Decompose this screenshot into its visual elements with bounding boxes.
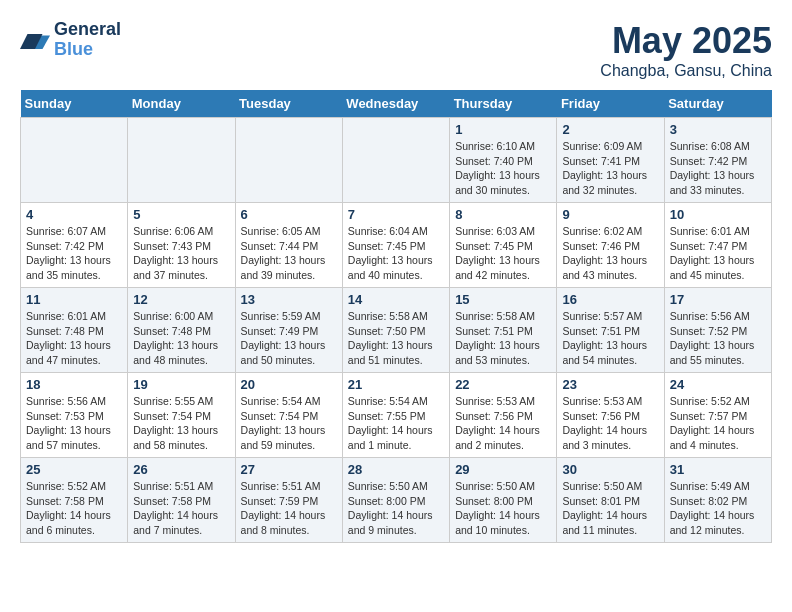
day-info: Sunrise: 6:03 AM Sunset: 7:45 PM Dayligh… [455, 224, 551, 283]
calendar-cell: 1Sunrise: 6:10 AM Sunset: 7:40 PM Daylig… [450, 118, 557, 203]
day-number: 31 [670, 462, 766, 477]
week-row-4: 18Sunrise: 5:56 AM Sunset: 7:53 PM Dayli… [21, 373, 772, 458]
calendar-cell: 22Sunrise: 5:53 AM Sunset: 7:56 PM Dayli… [450, 373, 557, 458]
day-number: 20 [241, 377, 337, 392]
day-number: 8 [455, 207, 551, 222]
calendar-cell [21, 118, 128, 203]
calendar-cell: 8Sunrise: 6:03 AM Sunset: 7:45 PM Daylig… [450, 203, 557, 288]
day-number: 25 [26, 462, 122, 477]
weekday-header-row: SundayMondayTuesdayWednesdayThursdayFrid… [21, 90, 772, 118]
day-info: Sunrise: 5:52 AM Sunset: 7:58 PM Dayligh… [26, 479, 122, 538]
day-info: Sunrise: 6:00 AM Sunset: 7:48 PM Dayligh… [133, 309, 229, 368]
day-info: Sunrise: 5:53 AM Sunset: 7:56 PM Dayligh… [562, 394, 658, 453]
day-number: 29 [455, 462, 551, 477]
day-number: 18 [26, 377, 122, 392]
calendar-cell: 14Sunrise: 5:58 AM Sunset: 7:50 PM Dayli… [342, 288, 449, 373]
week-row-1: 1Sunrise: 6:10 AM Sunset: 7:40 PM Daylig… [21, 118, 772, 203]
calendar-cell: 17Sunrise: 5:56 AM Sunset: 7:52 PM Dayli… [664, 288, 771, 373]
calendar-cell: 27Sunrise: 5:51 AM Sunset: 7:59 PM Dayli… [235, 458, 342, 543]
day-number: 28 [348, 462, 444, 477]
page-header: General Blue May 2025 Changba, Gansu, Ch… [20, 20, 772, 80]
calendar-cell: 28Sunrise: 5:50 AM Sunset: 8:00 PM Dayli… [342, 458, 449, 543]
week-row-5: 25Sunrise: 5:52 AM Sunset: 7:58 PM Dayli… [21, 458, 772, 543]
weekday-header-thursday: Thursday [450, 90, 557, 118]
day-info: Sunrise: 5:56 AM Sunset: 7:53 PM Dayligh… [26, 394, 122, 453]
calendar-cell: 30Sunrise: 5:50 AM Sunset: 8:01 PM Dayli… [557, 458, 664, 543]
day-info: Sunrise: 5:50 AM Sunset: 8:00 PM Dayligh… [348, 479, 444, 538]
day-info: Sunrise: 5:49 AM Sunset: 8:02 PM Dayligh… [670, 479, 766, 538]
calendar-cell: 21Sunrise: 5:54 AM Sunset: 7:55 PM Dayli… [342, 373, 449, 458]
calendar-cell: 31Sunrise: 5:49 AM Sunset: 8:02 PM Dayli… [664, 458, 771, 543]
calendar-cell: 25Sunrise: 5:52 AM Sunset: 7:58 PM Dayli… [21, 458, 128, 543]
day-info: Sunrise: 5:54 AM Sunset: 7:55 PM Dayligh… [348, 394, 444, 453]
logo: General Blue [20, 20, 121, 60]
week-row-2: 4Sunrise: 6:07 AM Sunset: 7:42 PM Daylig… [21, 203, 772, 288]
day-number: 13 [241, 292, 337, 307]
day-info: Sunrise: 5:59 AM Sunset: 7:49 PM Dayligh… [241, 309, 337, 368]
day-info: Sunrise: 6:09 AM Sunset: 7:41 PM Dayligh… [562, 139, 658, 198]
calendar-cell: 20Sunrise: 5:54 AM Sunset: 7:54 PM Dayli… [235, 373, 342, 458]
calendar-cell: 9Sunrise: 6:02 AM Sunset: 7:46 PM Daylig… [557, 203, 664, 288]
location: Changba, Gansu, China [600, 62, 772, 80]
weekday-header-saturday: Saturday [664, 90, 771, 118]
calendar-cell: 15Sunrise: 5:58 AM Sunset: 7:51 PM Dayli… [450, 288, 557, 373]
calendar-cell: 13Sunrise: 5:59 AM Sunset: 7:49 PM Dayli… [235, 288, 342, 373]
day-number: 4 [26, 207, 122, 222]
calendar-cell: 3Sunrise: 6:08 AM Sunset: 7:42 PM Daylig… [664, 118, 771, 203]
calendar-cell: 23Sunrise: 5:53 AM Sunset: 7:56 PM Dayli… [557, 373, 664, 458]
day-number: 3 [670, 122, 766, 137]
calendar-cell [235, 118, 342, 203]
day-number: 17 [670, 292, 766, 307]
day-number: 16 [562, 292, 658, 307]
weekday-header-tuesday: Tuesday [235, 90, 342, 118]
weekday-header-wednesday: Wednesday [342, 90, 449, 118]
calendar-cell [342, 118, 449, 203]
week-row-3: 11Sunrise: 6:01 AM Sunset: 7:48 PM Dayli… [21, 288, 772, 373]
day-info: Sunrise: 5:51 AM Sunset: 7:59 PM Dayligh… [241, 479, 337, 538]
day-info: Sunrise: 6:07 AM Sunset: 7:42 PM Dayligh… [26, 224, 122, 283]
day-number: 27 [241, 462, 337, 477]
calendar-cell: 12Sunrise: 6:00 AM Sunset: 7:48 PM Dayli… [128, 288, 235, 373]
logo-text: General Blue [54, 20, 121, 60]
day-info: Sunrise: 5:56 AM Sunset: 7:52 PM Dayligh… [670, 309, 766, 368]
calendar-cell: 11Sunrise: 6:01 AM Sunset: 7:48 PM Dayli… [21, 288, 128, 373]
day-info: Sunrise: 6:06 AM Sunset: 7:43 PM Dayligh… [133, 224, 229, 283]
calendar-cell: 26Sunrise: 5:51 AM Sunset: 7:58 PM Dayli… [128, 458, 235, 543]
day-info: Sunrise: 5:50 AM Sunset: 8:01 PM Dayligh… [562, 479, 658, 538]
day-number: 15 [455, 292, 551, 307]
calendar-cell: 7Sunrise: 6:04 AM Sunset: 7:45 PM Daylig… [342, 203, 449, 288]
weekday-header-monday: Monday [128, 90, 235, 118]
day-info: Sunrise: 5:54 AM Sunset: 7:54 PM Dayligh… [241, 394, 337, 453]
weekday-header-sunday: Sunday [21, 90, 128, 118]
title-block: May 2025 Changba, Gansu, China [600, 20, 772, 80]
day-info: Sunrise: 6:08 AM Sunset: 7:42 PM Dayligh… [670, 139, 766, 198]
calendar-cell: 19Sunrise: 5:55 AM Sunset: 7:54 PM Dayli… [128, 373, 235, 458]
day-info: Sunrise: 6:01 AM Sunset: 7:47 PM Dayligh… [670, 224, 766, 283]
day-number: 21 [348, 377, 444, 392]
day-number: 1 [455, 122, 551, 137]
calendar-cell: 18Sunrise: 5:56 AM Sunset: 7:53 PM Dayli… [21, 373, 128, 458]
day-info: Sunrise: 6:04 AM Sunset: 7:45 PM Dayligh… [348, 224, 444, 283]
day-number: 10 [670, 207, 766, 222]
day-info: Sunrise: 6:10 AM Sunset: 7:40 PM Dayligh… [455, 139, 551, 198]
day-number: 6 [241, 207, 337, 222]
day-info: Sunrise: 5:58 AM Sunset: 7:51 PM Dayligh… [455, 309, 551, 368]
day-number: 22 [455, 377, 551, 392]
calendar-cell: 10Sunrise: 6:01 AM Sunset: 7:47 PM Dayli… [664, 203, 771, 288]
day-number: 2 [562, 122, 658, 137]
day-info: Sunrise: 5:55 AM Sunset: 7:54 PM Dayligh… [133, 394, 229, 453]
day-number: 7 [348, 207, 444, 222]
day-number: 11 [26, 292, 122, 307]
day-number: 12 [133, 292, 229, 307]
calendar-cell: 24Sunrise: 5:52 AM Sunset: 7:57 PM Dayli… [664, 373, 771, 458]
day-info: Sunrise: 5:50 AM Sunset: 8:00 PM Dayligh… [455, 479, 551, 538]
day-number: 23 [562, 377, 658, 392]
weekday-header-friday: Friday [557, 90, 664, 118]
calendar-cell [128, 118, 235, 203]
day-number: 14 [348, 292, 444, 307]
logo-icon [20, 28, 50, 52]
day-number: 24 [670, 377, 766, 392]
calendar-table: SundayMondayTuesdayWednesdayThursdayFrid… [20, 90, 772, 543]
month-title: May 2025 [600, 20, 772, 62]
calendar-cell: 16Sunrise: 5:57 AM Sunset: 7:51 PM Dayli… [557, 288, 664, 373]
